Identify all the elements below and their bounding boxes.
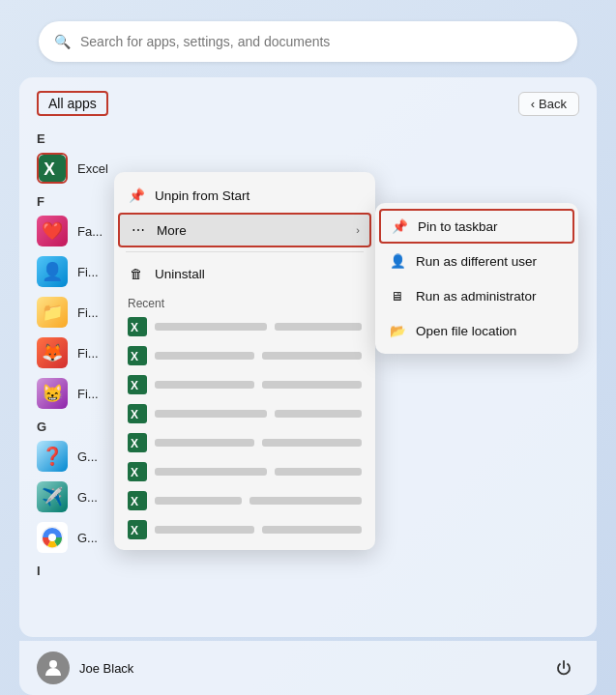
trash-icon: 🗑 — [128, 265, 145, 282]
recent-item-1[interactable]: X — [114, 312, 375, 341]
panel-header: All apps ‹ Back — [19, 91, 597, 126]
app-icon-fi3: 🦊 — [37, 337, 68, 368]
app-name-excel: Excel — [77, 161, 108, 176]
run-diff-icon: 👤 — [389, 252, 406, 270]
excel-icon: X — [37, 153, 68, 184]
section-letter-i: I — [29, 558, 587, 580]
all-apps-button[interactable]: All apps — [37, 91, 108, 116]
recent-bar — [275, 468, 362, 476]
svg-point-3 — [48, 534, 56, 541]
app-icon-fi1: 👤 — [37, 256, 68, 287]
app-icon-fi4: 😸 — [37, 378, 68, 409]
ctx-unpin[interactable]: 📌 Unpin from Start — [114, 178, 375, 213]
svg-text:X: X — [131, 524, 138, 537]
context-menu: 📌 Unpin from Start ⋯ More › 🗑 Uninstall … — [114, 172, 375, 550]
recent-bar — [262, 526, 362, 534]
sub-ctx-run-diff[interactable]: 👤 Run as different user — [375, 244, 578, 278]
ctx-more[interactable]: ⋯ More › — [118, 213, 371, 247]
sub-ctx-run-diff-label: Run as different user — [416, 254, 537, 269]
sub-ctx-open-loc[interactable]: 📂 Open file location — [375, 313, 578, 348]
user-info[interactable]: Joe Black — [37, 652, 133, 684]
ctx-divider — [126, 251, 364, 252]
svg-text:X: X — [131, 408, 138, 421]
recent-item-4[interactable]: X — [114, 399, 375, 428]
sub-context-menu: 📌 Pin to taskbar 👤 Run as different user… — [375, 203, 578, 354]
app-name-fi2: Fi... — [77, 305, 99, 320]
svg-text:X: X — [131, 466, 138, 479]
app-icon-g2: ✈️ — [37, 481, 68, 512]
recent-bar — [155, 381, 254, 389]
sub-ctx-pin-label: Pin to taskbar — [418, 219, 498, 234]
svg-point-20 — [49, 660, 57, 668]
section-letter-e: E — [29, 126, 587, 148]
app-name-fi4: Fi... — [77, 387, 99, 401]
ctx-more-label: More — [157, 223, 187, 238]
recent-item-6[interactable]: X — [114, 457, 375, 486]
back-button[interactable]: ‹ Back — [518, 92, 579, 116]
recent-bar — [262, 381, 362, 389]
user-name: Joe Black — [79, 661, 133, 676]
app-icon-fi2: 📁 — [37, 297, 68, 328]
app-name-fi3: Fi... — [77, 346, 99, 361]
app-icon-fa: ❤️ — [37, 216, 68, 246]
svg-text:X: X — [131, 321, 138, 334]
recent-bar — [249, 497, 362, 505]
app-name-g3: G... — [77, 531, 98, 545]
recent-item-3[interactable]: X — [114, 370, 375, 399]
taskbar-bottom: Joe Black — [19, 641, 597, 695]
ctx-unpin-label: Unpin from Start — [155, 188, 249, 203]
app-icon-g3 — [37, 522, 68, 553]
sub-ctx-run-admin-label: Run as administrator — [416, 289, 537, 304]
svg-text:X: X — [131, 437, 138, 450]
recent-item-2[interactable]: X — [114, 341, 375, 370]
ctx-uninstall[interactable]: 🗑 Uninstall — [114, 256, 375, 291]
svg-text:X: X — [131, 379, 138, 392]
run-admin-icon: 🖥 — [389, 287, 406, 304]
recent-bar — [262, 439, 362, 447]
svg-text:X: X — [131, 495, 138, 508]
app-name-g1: G... — [77, 449, 98, 464]
recent-bar — [155, 468, 267, 476]
ctx-uninstall-label: Uninstall — [155, 267, 205, 281]
search-input[interactable] — [80, 34, 562, 49]
recent-label: Recent — [114, 291, 375, 312]
more-icon: ⋯ — [130, 221, 147, 239]
svg-text:X: X — [44, 159, 55, 179]
app-name-fa: Fa... — [77, 224, 103, 239]
sub-ctx-open-loc-label: Open file location — [416, 324, 516, 338]
recent-item-5[interactable]: X — [114, 428, 375, 457]
recent-bar — [275, 323, 362, 331]
pin-icon: 📌 — [128, 187, 145, 204]
recent-item-7[interactable]: X — [114, 486, 375, 515]
recent-bar — [275, 410, 362, 418]
app-name-fi1: Fi... — [77, 265, 99, 279]
more-arrow-icon: › — [356, 224, 360, 236]
sub-ctx-pin-taskbar[interactable]: 📌 Pin to taskbar — [379, 209, 574, 244]
recent-bar — [155, 352, 254, 360]
search-icon: 🔍 — [54, 34, 71, 49]
app-name-g2: G... — [77, 490, 98, 505]
power-button[interactable] — [548, 652, 579, 683]
recent-bar — [262, 352, 362, 360]
search-bar[interactable]: 🔍 — [39, 21, 577, 62]
folder-icon: 📂 — [389, 322, 406, 339]
recent-bar — [155, 323, 267, 331]
avatar — [37, 652, 70, 684]
sub-ctx-run-admin[interactable]: 🖥 Run as administrator — [375, 278, 578, 313]
svg-text:X: X — [131, 350, 138, 363]
recent-bar — [155, 497, 242, 505]
recent-bar — [155, 526, 254, 534]
app-icon-g1: ❓ — [37, 441, 68, 472]
recent-bar — [155, 439, 254, 447]
recent-item-8[interactable]: X — [114, 515, 375, 544]
pin-taskbar-icon: 📌 — [391, 217, 408, 235]
recent-bar — [155, 410, 267, 418]
back-chevron-icon: ‹ — [531, 97, 535, 111]
